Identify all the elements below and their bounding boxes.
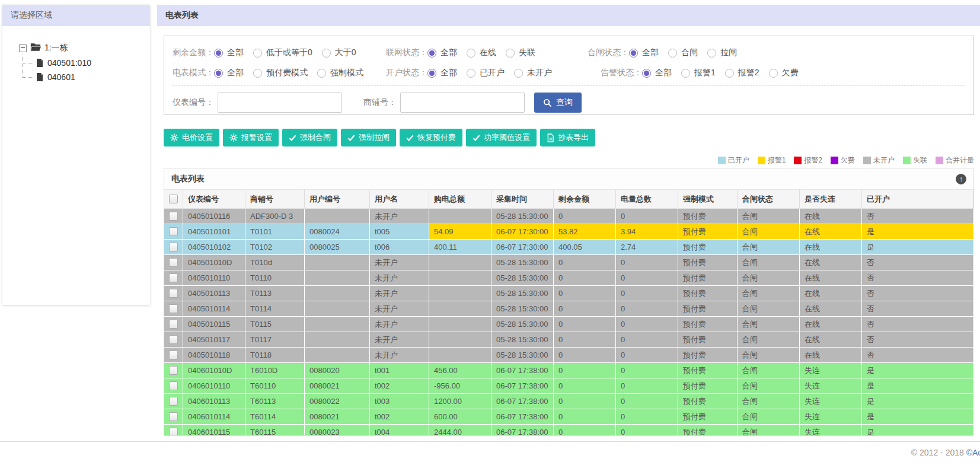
radio-option[interactable]: 报警2 xyxy=(725,68,759,78)
radio-icon[interactable] xyxy=(322,49,331,58)
row-checkbox[interactable] xyxy=(169,243,178,251)
row-checkbox[interactable] xyxy=(169,273,178,282)
row-checkbox[interactable] xyxy=(169,227,178,236)
row-checkbox[interactable] xyxy=(169,412,178,421)
radio-icon[interactable] xyxy=(506,49,515,58)
force-trip-switch-button[interactable]: 强制拉闸 xyxy=(341,129,396,146)
radio-option[interactable]: 在线 xyxy=(467,47,496,58)
row-checkbox[interactable] xyxy=(169,304,178,313)
radio-option[interactable]: 报警1 xyxy=(681,68,716,78)
radio-icon[interactable] xyxy=(681,69,690,78)
radio-option[interactable]: 未开户 xyxy=(514,68,552,78)
row-checkbox[interactable] xyxy=(169,320,178,329)
radio-option[interactable]: 全部 xyxy=(427,68,457,78)
table-cell: T0101 xyxy=(245,224,305,240)
table-row: 0405010117T0117未开户05-28 15:30:0000预付费合闸在… xyxy=(164,332,973,348)
radio-icon[interactable] xyxy=(427,49,436,58)
table-cell: 预付费 xyxy=(678,378,738,394)
table-cell: 06-07 17:38:00 xyxy=(491,394,554,409)
table-row: 0405010110T0110未开户05-28 15:30:0000预付费合闸在… xyxy=(164,270,973,286)
row-checkbox[interactable] xyxy=(169,351,178,359)
radio-option[interactable]: 已开户 xyxy=(467,68,505,78)
radio-icon[interactable] xyxy=(253,49,262,58)
meter-no-input[interactable] xyxy=(218,93,342,113)
radio-option[interactable]: 拉闸 xyxy=(707,47,737,58)
alarm-settings-button[interactable]: 报警设置 xyxy=(223,129,279,146)
table-cell: 0406010113 xyxy=(183,394,245,409)
check-icon xyxy=(406,134,414,142)
tree-leaf-node[interactable]: 040601 xyxy=(22,70,150,84)
radio-icon[interactable] xyxy=(642,69,651,78)
tree-root-node[interactable]: 1:一栋 xyxy=(19,43,150,53)
copyright-link[interactable]: ©Acr xyxy=(966,448,980,457)
radio-icon[interactable] xyxy=(514,69,523,78)
radio-option[interactable]: 合闸 xyxy=(668,47,698,58)
folder-open-icon xyxy=(30,43,41,53)
radio-icon[interactable] xyxy=(725,69,734,78)
collapse-panel-button[interactable] xyxy=(956,174,966,184)
radio-icon[interactable] xyxy=(427,69,436,78)
radio-option[interactable]: 失联 xyxy=(506,47,535,58)
radio-option[interactable]: 强制模式 xyxy=(317,68,363,78)
row-checkbox[interactable] xyxy=(169,428,178,436)
tree-leaf-node[interactable]: 040501:010 xyxy=(22,56,150,70)
radio-icon[interactable] xyxy=(629,49,638,58)
row-checkbox[interactable] xyxy=(169,366,178,375)
table-cell: T0118 xyxy=(245,348,305,363)
price-settings-button[interactable]: 电价设置 xyxy=(164,129,219,146)
radio-icon[interactable] xyxy=(668,49,677,58)
radio-option[interactable]: 全部 xyxy=(214,47,244,58)
search-button[interactable]: 查询 xyxy=(534,93,582,113)
restore-prepaid-button[interactable]: 恢复预付费 xyxy=(400,129,462,146)
row-checkbox[interactable] xyxy=(169,289,178,298)
radio-option[interactable]: 全部 xyxy=(629,47,659,58)
row-checkbox[interactable] xyxy=(169,335,178,344)
table-cell: 在线 xyxy=(800,301,862,317)
radio-icon[interactable] xyxy=(214,69,223,78)
radio-option[interactable]: 大于0 xyxy=(322,47,356,58)
radio-option[interactable]: 欠费 xyxy=(769,68,799,78)
table-cell: 未开户 xyxy=(370,209,429,224)
power-threshold-settings-button[interactable]: 功率阈值设置 xyxy=(466,129,537,146)
row-checkbox-cell xyxy=(164,209,183,224)
radio-icon[interactable] xyxy=(467,49,475,58)
table-cell: 0 xyxy=(616,332,678,348)
shop-no-input[interactable] xyxy=(400,93,525,113)
radio-icon[interactable] xyxy=(467,69,475,78)
row-checkbox[interactable] xyxy=(169,258,178,267)
select-all-checkbox[interactable] xyxy=(169,195,178,203)
radio-icon[interactable] xyxy=(214,49,223,58)
radio-icon[interactable] xyxy=(253,69,262,78)
radio-icon[interactable] xyxy=(317,69,326,78)
tree-node-label[interactable]: 1:一栋 xyxy=(44,43,68,53)
table-cell: 0405010101 xyxy=(183,224,245,240)
tree-leaf-label[interactable]: 040501:010 xyxy=(47,58,91,68)
table-cell: 0 xyxy=(554,409,616,425)
table-cell: t001 xyxy=(370,363,429,378)
tree-collapse-toggle[interactable] xyxy=(19,44,27,52)
table-cell: 06-07 17:38:00 xyxy=(491,363,554,378)
table-cell: 040601010D xyxy=(183,363,245,378)
radio-option[interactable]: 低于或等于0 xyxy=(253,47,312,58)
row-checkbox[interactable] xyxy=(169,381,178,390)
radio-option[interactable]: 全部 xyxy=(214,68,244,78)
table-cell: 05-28 15:30:00 xyxy=(491,255,554,270)
radio-option[interactable]: 全部 xyxy=(427,47,457,58)
table-cell: 是 xyxy=(862,240,973,255)
table-cell: 否 xyxy=(862,301,973,317)
check-icon xyxy=(473,134,480,142)
table-cell: 合闸 xyxy=(738,224,800,240)
radio-icon[interactable] xyxy=(707,49,716,58)
table-cell: 合闸 xyxy=(738,240,800,255)
tree-leaf-label[interactable]: 040601 xyxy=(47,72,75,82)
table-cell xyxy=(305,255,370,270)
row-checkbox[interactable] xyxy=(169,212,178,221)
radio-option[interactable]: 全部 xyxy=(642,68,672,78)
force-close-switch-button[interactable]: 强制合闸 xyxy=(282,129,337,146)
meter-reading-export-button[interactable]: 抄表导出 xyxy=(540,129,595,146)
legend-swatch xyxy=(936,157,943,164)
table-cell: 失连 xyxy=(800,425,862,436)
radio-icon[interactable] xyxy=(769,69,778,78)
radio-option[interactable]: 预付费模式 xyxy=(253,68,308,78)
row-checkbox[interactable] xyxy=(169,397,178,406)
